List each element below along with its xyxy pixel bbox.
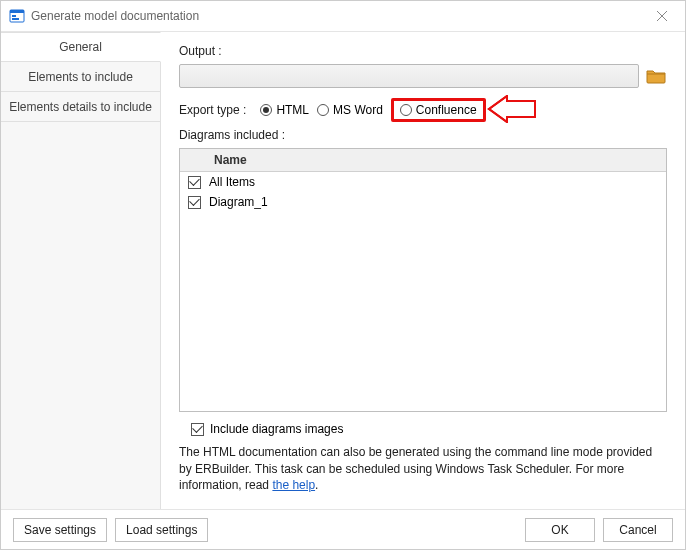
tab-content-general: Output : Export type : HTML MS Word [161,32,685,509]
tab-elements-details[interactable]: Elements details to include [1,92,161,122]
diagrams-included-label: Diagrams included : [179,128,285,142]
dialog-footer: Save settings Load settings OK Cancel [1,509,685,549]
dialog-body: General Elements to include Elements det… [1,31,685,509]
radio-html[interactable]: HTML [260,103,309,117]
output-path-input[interactable] [179,64,639,88]
cancel-button[interactable]: Cancel [603,518,673,542]
svg-rect-2 [12,15,16,17]
diagrams-list-header: Name [180,149,666,172]
output-row [179,64,667,88]
radio-confluence-label: Confluence [416,103,477,117]
svg-rect-1 [10,10,24,13]
confluence-highlight: Confluence [391,98,486,122]
help-text-prefix: The HTML documentation can also be gener… [179,445,652,491]
titlebar: Generate model documentation [1,1,685,31]
list-item-label: Diagram_1 [209,195,268,209]
save-settings-button[interactable]: Save settings [13,518,107,542]
radio-msword[interactable]: MS Word [317,103,383,117]
export-type-label: Export type : [179,103,246,117]
folder-icon [646,68,666,84]
svg-rect-3 [12,18,19,20]
diagrams-list-body[interactable]: All Items Diagram_1 [180,172,666,411]
checkbox-all-items[interactable] [188,176,201,189]
checkbox-include-diagrams-images[interactable] [191,423,204,436]
browse-folder-button[interactable] [645,66,667,86]
app-icon [9,8,25,24]
tab-elements-to-include[interactable]: Elements to include [1,62,161,92]
include-images-row: Include diagrams images [191,422,667,436]
close-button[interactable] [647,4,677,28]
window-title: Generate model documentation [31,9,647,23]
radio-dot-icon [260,104,272,116]
help-link[interactable]: the help [272,478,315,492]
list-item-label: All Items [209,175,255,189]
radio-msword-label: MS Word [333,103,383,117]
output-label: Output : [179,44,222,58]
tab-filler [1,122,161,509]
radio-dot-icon [317,104,329,116]
list-item[interactable]: All Items [180,172,666,192]
dialog-window: Generate model documentation General Ele… [0,0,686,550]
include-images-label: Include diagrams images [210,422,343,436]
radio-confluence[interactable]: Confluence [400,103,477,117]
callout-arrow-icon [487,95,537,126]
export-type-row: Export type : HTML MS Word Confluence [179,98,667,122]
tab-strip: General Elements to include Elements det… [1,32,161,509]
diagrams-list: Name All Items Diagram_1 [179,148,667,412]
help-text-suffix: . [315,478,318,492]
radio-dot-icon [400,104,412,116]
load-settings-button[interactable]: Load settings [115,518,208,542]
help-text: The HTML documentation can also be gener… [179,444,667,493]
radio-html-label: HTML [276,103,309,117]
tab-general[interactable]: General [1,32,161,62]
checkbox-diagram-1[interactable] [188,196,201,209]
ok-button[interactable]: OK [525,518,595,542]
list-item[interactable]: Diagram_1 [180,192,666,212]
